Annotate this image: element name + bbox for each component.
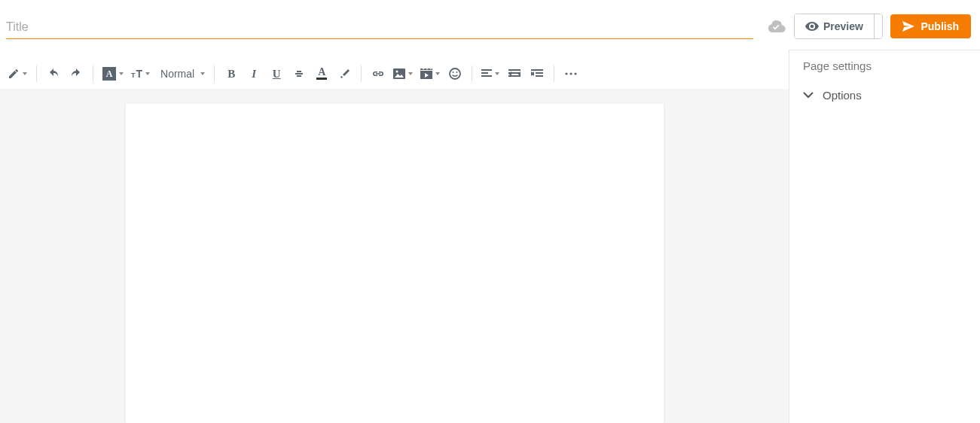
svg-point-3 [453,72,454,73]
publish-label: Publish [920,20,959,32]
outdent-icon [508,69,521,78]
more-button[interactable] [560,63,582,84]
underline-icon: U [273,68,281,81]
editor-toolbar: A TT Normal B I U [0,59,789,90]
highlighter-icon [338,68,350,80]
bold-button[interactable]: B [221,63,242,84]
font-size-button[interactable]: TT [128,63,153,84]
separator [472,65,472,82]
eye-icon [805,22,819,31]
video-button[interactable] [417,63,443,84]
svg-point-5 [566,72,568,75]
font-size-icon: TT [131,68,142,80]
align-button[interactable] [478,63,502,84]
options-label: Options [823,89,862,102]
chevron-down-icon [803,92,814,99]
separator [214,65,215,82]
undo-button[interactable] [43,63,64,84]
preview-button-group: Preview [794,14,883,39]
redo-button[interactable] [66,63,87,84]
paragraph-format-label: Normal [157,68,197,80]
send-icon [902,21,914,32]
page-settings-heading: Page settings [789,50,980,81]
pencil-icon [8,68,20,80]
image-icon [393,68,405,79]
document-page[interactable] [126,104,664,423]
caret-down-icon [119,72,124,75]
caret-down-icon [200,72,205,75]
indent-button[interactable] [527,63,548,84]
text-color-icon: A [316,68,327,80]
indent-icon [531,69,543,78]
caret-down-icon [435,72,440,75]
highlight-button[interactable] [334,63,355,84]
link-icon [371,70,385,78]
caret-down-icon [408,72,413,75]
caret-down-icon [23,72,27,75]
svg-point-4 [456,72,458,73]
separator [93,65,93,82]
caret-down-icon [145,72,150,75]
header: Preview Publish [0,0,980,45]
separator [36,65,37,82]
separator [554,65,554,82]
italic-button[interactable]: I [243,63,264,84]
publish-button[interactable]: Publish [890,14,971,38]
italic-icon: I [252,68,256,81]
text-color-button[interactable]: A [311,63,332,84]
caret-down-icon [495,72,499,75]
right-sidebar: Page settings Options [789,50,980,423]
emoji-button[interactable] [444,63,466,84]
editor-canvas [0,89,789,423]
preview-label: Preview [823,20,863,32]
preview-button[interactable]: Preview [795,14,874,38]
compose-mode-button[interactable] [5,63,30,84]
cloud-saved-icon [767,20,786,33]
title-input[interactable] [6,14,753,39]
link-button[interactable] [368,63,389,84]
svg-point-7 [575,72,577,75]
outdent-button[interactable] [504,63,525,84]
svg-point-6 [570,72,572,75]
font-box-icon: A [102,67,116,81]
redo-icon [70,68,82,79]
paragraph-format-button[interactable]: Normal [154,63,208,84]
undo-icon [47,68,60,79]
smiley-icon [449,68,461,80]
underline-button[interactable]: U [266,63,287,84]
preview-dropdown-button[interactable] [874,14,884,38]
strikethrough-button[interactable] [289,63,310,84]
svg-point-1 [396,71,398,73]
svg-point-2 [450,68,460,79]
font-family-button[interactable]: A [99,63,127,84]
strikethrough-icon [293,68,305,79]
align-left-icon [481,69,492,78]
separator [361,65,362,82]
options-toggle[interactable]: Options [789,81,980,109]
image-button[interactable] [390,63,416,84]
bold-icon: B [227,68,235,81]
layout-overlay: Preview Publish [0,0,980,423]
more-horizontal-icon [565,72,577,75]
video-icon [420,68,432,79]
